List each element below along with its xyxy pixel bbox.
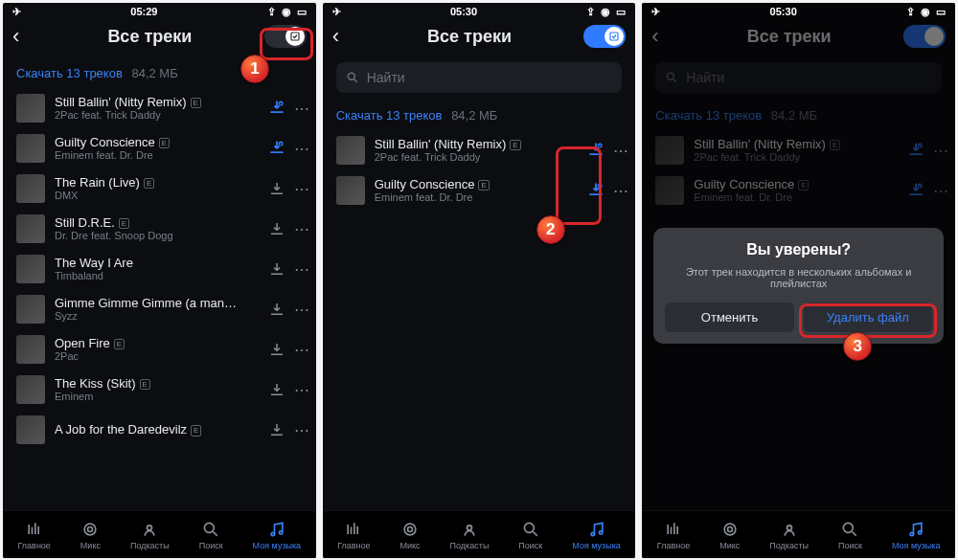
explicit-badge: E (798, 180, 809, 191)
album-art (16, 214, 45, 243)
svg-point-15 (467, 525, 471, 529)
more-icon[interactable]: ⋯ (293, 260, 310, 279)
more-icon[interactable]: ⋯ (293, 100, 310, 118)
nav-music[interactable]: Моя музыка (253, 520, 302, 550)
track-name: Guilty ConscienceE (375, 177, 577, 192)
nav-search[interactable]: Поиск (199, 520, 223, 550)
svg-point-7 (271, 532, 274, 535)
album-art (16, 375, 45, 404)
nav-mix[interactable]: Микс (400, 520, 421, 550)
nav-mix[interactable]: Микс (719, 520, 740, 550)
more-icon[interactable]: ⋯ (612, 182, 629, 200)
download-icon[interactable] (266, 419, 287, 440)
download-icon[interactable] (266, 98, 287, 119)
nav-bars[interactable]: Главное (657, 520, 690, 550)
track-row[interactable]: The Rain (Live)EDMX⋯ (16, 168, 310, 209)
download-all-row[interactable]: Скачать 13 треков 84,2 МБ (3, 56, 316, 88)
download-icon[interactable] (266, 178, 287, 199)
download-icon[interactable] (585, 140, 606, 161)
more-icon[interactable]: ⋯ (293, 341, 310, 359)
search-input[interactable]: Найти (336, 62, 623, 93)
nav-bars[interactable]: Главное (337, 520, 370, 550)
track-artist: 2Pac (55, 350, 257, 363)
nav-podcast[interactable]: Подкасты (769, 520, 809, 550)
track-row[interactable]: Open FireE2Pac⋯ (16, 329, 310, 370)
nav-search[interactable]: Поиск (518, 520, 542, 550)
svg-point-25 (844, 523, 854, 532)
track-row[interactable]: Gimme Gimme Gimme (a man…Syzz⋯ (16, 289, 310, 329)
track-row[interactable]: Guilty ConscienceEEminem feat. Dr. Dre⋯ (336, 170, 630, 211)
delete-file-button[interactable]: Удалить файл (804, 302, 932, 332)
track-row[interactable]: Guilty ConscienceEEminem feat. Dr. Dre⋯ (16, 128, 310, 168)
nav-search[interactable]: Поиск (838, 520, 862, 550)
track-name: Gimme Gimme Gimme (a man… (55, 296, 257, 311)
dialog-body: Этот трек находится в нескольких альбома… (665, 266, 932, 289)
nav-music[interactable]: Моя музыка (572, 520, 621, 550)
download-all-link[interactable]: Скачать 13 треков (16, 66, 123, 80)
track-row[interactable]: The Way I AreTimbaland⋯ (16, 249, 310, 289)
track-name: The Rain (Live)E (55, 175, 257, 190)
download-icon[interactable] (266, 339, 287, 360)
download-icon[interactable] (266, 258, 287, 280)
track-name: Guilty ConscienceE (694, 177, 896, 192)
annotation-badge-1: 1 (240, 55, 269, 83)
annotation-badge-3: 3 (843, 332, 872, 361)
download-icon[interactable] (266, 299, 287, 320)
nav-bars[interactable]: Главное (17, 520, 50, 550)
more-icon[interactable]: ⋯ (932, 182, 949, 200)
album-art (16, 335, 45, 364)
more-icon[interactable]: ⋯ (293, 220, 310, 238)
track-row[interactable]: Still Ballin' (Nitty Remix)E2Pac feat. T… (655, 130, 949, 170)
nav-mix[interactable]: Микс (80, 520, 101, 550)
downloaded-toggle (903, 25, 946, 48)
svg-point-24 (787, 525, 791, 529)
download-all-row[interactable]: Скачать 13 треков 84,2 МБ (323, 99, 636, 130)
track-row[interactable]: Still D.R.E.EDr. Dre feat. Snoop Dogg⋯ (16, 209, 310, 249)
download-icon[interactable] (905, 180, 926, 201)
cancel-button[interactable]: Отменить (665, 302, 793, 332)
more-icon[interactable]: ⋯ (612, 142, 629, 160)
more-icon[interactable]: ⋯ (293, 421, 310, 439)
svg-point-18 (599, 530, 602, 533)
track-name: Open FireE (55, 336, 257, 351)
back-button[interactable]: ‹ (332, 24, 355, 49)
more-icon[interactable]: ⋯ (932, 142, 949, 160)
album-art (16, 94, 45, 123)
track-list: Still Ballin' (Nitty Remix)E2Pac feat. T… (323, 130, 636, 211)
track-row[interactable]: Still Ballin' (Nitty Remix)E2Pac feat. T… (336, 130, 630, 170)
track-name: The Way I Are (55, 256, 257, 271)
track-row[interactable]: The Kiss (Skit)EEminem⋯ (16, 370, 310, 410)
download-icon[interactable] (585, 180, 606, 201)
download-icon[interactable] (266, 379, 287, 400)
download-icon[interactable] (266, 218, 287, 239)
track-name: Still D.R.E.E (55, 215, 257, 231)
download-icon[interactable] (266, 138, 287, 159)
downloaded-toggle[interactable] (583, 25, 626, 48)
download-icon[interactable] (905, 140, 926, 161)
track-artist: DMX (55, 190, 257, 202)
nav-podcast[interactable]: Подкасты (130, 520, 170, 550)
track-row[interactable]: Guilty ConscienceEEminem feat. Dr. Dre⋯ (655, 170, 949, 211)
more-icon[interactable]: ⋯ (293, 301, 310, 319)
search-input: Найти (655, 62, 942, 93)
nav-podcast[interactable]: Подкасты (450, 520, 490, 550)
more-icon[interactable]: ⋯ (293, 381, 310, 399)
nav-music[interactable]: Моя музыка (892, 520, 941, 550)
track-artist: 2Pac feat. Trick Daddy (55, 109, 257, 122)
track-row[interactable]: Still Ballin' (Nitty Remix)E2Pac feat. T… (16, 88, 310, 128)
svg-point-13 (408, 526, 413, 531)
svg-point-19 (668, 73, 674, 79)
airplane-icon: ✈ (12, 6, 21, 18)
downloaded-toggle[interactable] (264, 25, 307, 48)
track-name: Still Ballin' (Nitty Remix)E (375, 137, 577, 152)
explicit-badge: E (478, 180, 489, 191)
back-button[interactable]: ‹ (12, 24, 35, 49)
more-icon[interactable]: ⋯ (293, 140, 310, 158)
explicit-badge: E (510, 140, 520, 151)
more-icon[interactable]: ⋯ (293, 180, 310, 198)
track-name: A Job for the DaredevilzE (55, 422, 257, 437)
svg-point-4 (85, 524, 97, 535)
track-name: Guilty ConscienceE (55, 135, 257, 150)
track-row[interactable]: A Job for the DaredevilzE⋯ (16, 410, 310, 450)
svg-point-6 (204, 523, 214, 532)
